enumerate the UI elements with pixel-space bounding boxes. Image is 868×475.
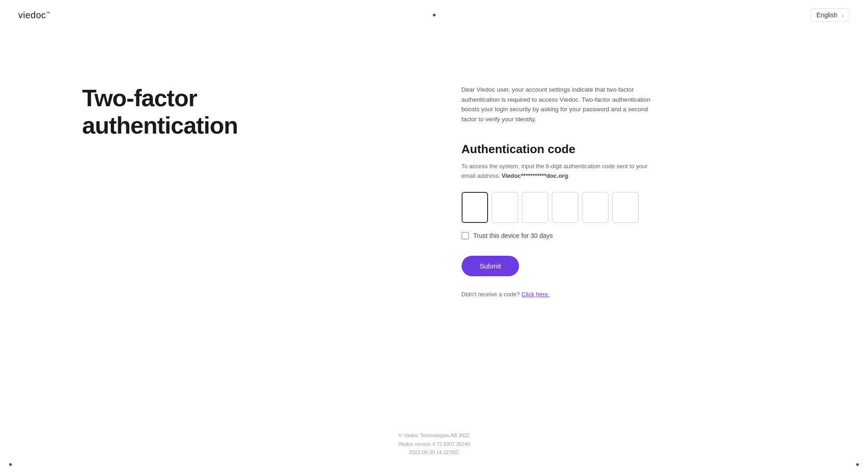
title-line2: authentication <box>82 112 238 139</box>
corner-dot-bottom-right <box>856 463 859 466</box>
footer-line2: Viedoc version 4.72.8307.26240 <box>398 441 470 447</box>
instruction-text: To access the system, input the 6-digit … <box>462 162 653 181</box>
footer-text: © Viedoc Technologies AB 2022 Viedoc ver… <box>398 431 470 457</box>
code-input-6[interactable] <box>612 192 639 223</box>
center-dot <box>433 14 436 16</box>
corner-dot-bottom-left <box>9 463 12 466</box>
resend-prefix: Didn't receive a code? <box>462 291 522 298</box>
chevron-down-icon: ↓ <box>841 12 844 18</box>
logo-text: viedoc <box>18 10 46 20</box>
trust-device-text: Trust this device for 30 days <box>473 232 553 239</box>
language-selector[interactable]: English ↓ <box>811 8 850 22</box>
trust-device-label[interactable]: Trust this device for 30 days <box>462 232 832 239</box>
submit-button[interactable]: Submit <box>462 256 520 276</box>
intro-text: Dear Viedoc user, your account settings … <box>462 85 658 124</box>
code-input-5[interactable] <box>582 192 608 223</box>
trust-device-checkbox[interactable] <box>462 232 469 239</box>
logo-sup: ™ <box>46 11 51 15</box>
footer: © Viedoc Technologies AB 2022 Viedoc ver… <box>398 431 470 457</box>
title-line1: Two-factor <box>82 85 197 111</box>
code-input-4[interactable] <box>552 192 578 223</box>
left-panel: Two-factor authentication <box>0 30 434 441</box>
instruction-suffix: . <box>568 172 570 179</box>
resend-link[interactable]: Click here. <box>521 291 549 298</box>
code-input-3[interactable] <box>522 192 548 223</box>
language-label: English <box>816 11 837 19</box>
footer-line1: © Viedoc Technologies AB 2022 <box>398 433 469 438</box>
code-inputs <box>462 192 832 223</box>
header-center-dot <box>433 14 436 16</box>
main-content: Two-factor authentication Dear Viedoc us… <box>0 30 868 469</box>
right-panel: Dear Viedoc user, your account settings … <box>434 30 868 441</box>
header: viedoc™ English ↓ <box>0 0 868 30</box>
footer-line3: 2022-09-30 14:12:00Z <box>409 449 459 455</box>
code-input-2[interactable] <box>492 192 518 223</box>
auth-code-title: Authentication code <box>462 142 832 156</box>
logo: viedoc™ <box>18 10 50 21</box>
code-input-1[interactable] <box>462 192 488 223</box>
masked-email: Viedoc***********doc.org <box>502 172 568 179</box>
page-title: Two-factor authentication <box>82 85 238 139</box>
resend-text: Didn't receive a code? Click here. <box>462 291 832 298</box>
